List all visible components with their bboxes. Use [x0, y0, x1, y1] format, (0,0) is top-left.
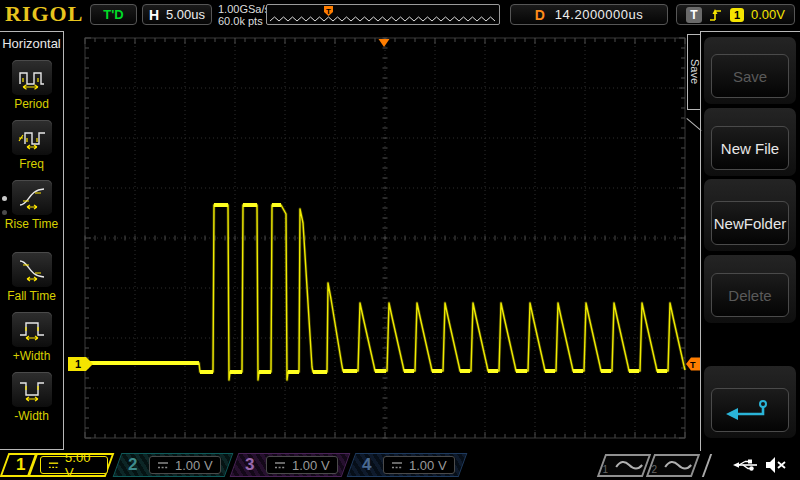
new-folder-button[interactable]: NewFolder: [711, 201, 789, 245]
channel2-scale: 1.00 V: [175, 458, 213, 473]
dc-coupling-icon: [274, 461, 286, 470]
menu-title: Horizontal: [2, 36, 61, 51]
top-status-bar: RIGOL T'D H 5.00us 1.00GSa/s 60.0k pts T…: [0, 0, 800, 30]
oscilloscope-screen: 1T RIGOL T'D H 5.00us 1.00GSa/s 60.0k pt…: [0, 0, 800, 480]
menu-cell: NewFolder: [704, 179, 796, 251]
horizontal-measure-menu: Horizontal Period Freq: [0, 31, 64, 450]
memory-depth: 60.0k pts: [218, 15, 270, 27]
svg-text:1: 1: [75, 358, 81, 370]
menu-cell: Save: [704, 37, 796, 104]
trigger-level-value: 0.00V: [751, 7, 785, 22]
ch1-waveform-trace: [85, 205, 685, 380]
dc-coupling-icon: [157, 461, 169, 470]
channel4-status[interactable]: 4 1.00 V: [347, 453, 468, 477]
trigger-status-badge: T'D: [90, 4, 137, 25]
return-arrow-icon: [720, 397, 780, 423]
back-button[interactable]: [711, 388, 789, 432]
channel3-status[interactable]: 3 1.00 V: [230, 453, 351, 477]
menu-item-period[interactable]: Period: [12, 60, 52, 111]
menu-cell: Delete: [704, 255, 796, 323]
usb-icon: [733, 456, 759, 474]
svg-text:T: T: [326, 7, 331, 16]
new-file-button[interactable]: New File: [711, 126, 789, 170]
source2-output[interactable]: 2: [646, 454, 700, 477]
source1-wave-icon: [614, 457, 644, 473]
source2-wave-icon: [663, 457, 693, 473]
channel1-offset-marker[interactable]: 1: [68, 357, 93, 371]
menu-page-dot-2: [2, 210, 7, 215]
channel1-status[interactable]: 1 5.00 V: [0, 453, 114, 477]
menu-item-freq[interactable]: Freq: [12, 120, 52, 171]
horizontal-timebase-badge[interactable]: H 5.00us: [142, 4, 212, 25]
waveform-preview-bar[interactable]: T: [266, 4, 500, 25]
pos-width-icon: [12, 312, 52, 347]
acquisition-info: 1.00GSa/s 60.0k pts: [218, 3, 270, 27]
d-label: D: [535, 7, 545, 23]
timebase-value: 5.00us: [166, 7, 205, 22]
menu-item-pos-width[interactable]: +Width: [12, 312, 52, 363]
channel-status-bar: 1 5.00 V 2 1.00 V 3: [0, 451, 800, 480]
channel2-status[interactable]: 2 1.00 V: [113, 453, 234, 477]
save-menu: Save Save New File NewFolder Delete: [700, 31, 800, 455]
period-icon: [12, 60, 52, 95]
trigger-source-badge: 1: [730, 8, 744, 22]
preview-trigger-marker[interactable]: T: [324, 6, 333, 16]
channel1-scale: 5.00 V: [65, 450, 100, 480]
graticule: [85, 38, 685, 438]
rising-edge-icon: [709, 7, 723, 23]
neg-width-icon: [12, 372, 52, 407]
h-label: H: [149, 7, 159, 23]
sample-rate: 1.00GSa/s: [218, 3, 270, 15]
menu-cell: New File: [704, 108, 796, 176]
svg-text:T: T: [690, 360, 696, 370]
menu-page-dot-1: [2, 196, 7, 201]
menu-item-fall-time[interactable]: Fall Time: [7, 252, 56, 303]
delete-button[interactable]: Delete: [711, 273, 789, 317]
rise-time-icon: [12, 180, 52, 215]
t-label: T: [686, 7, 702, 23]
trigger-settings-badge[interactable]: T 1 0.00V: [676, 4, 795, 25]
source1-output[interactable]: 1: [597, 454, 651, 477]
save-menu-tab: Save: [687, 34, 701, 110]
menu-cell: [704, 366, 796, 438]
speaker-muted-icon: [764, 455, 788, 475]
channel3-scale: 1.00 V: [292, 458, 330, 473]
divider: [702, 454, 712, 477]
menu-item-rise-time[interactable]: Rise Time: [5, 180, 58, 231]
fall-time-icon: [12, 252, 52, 287]
save-button[interactable]: Save: [711, 54, 789, 98]
menu-item-neg-width[interactable]: -Width: [12, 372, 52, 423]
dc-coupling-icon: [391, 461, 403, 470]
trigger-delay-badge[interactable]: D 14.2000000us: [510, 4, 668, 25]
channel4-scale: 1.00 V: [409, 458, 447, 473]
rigol-logo: RIGOL: [5, 1, 83, 27]
trigger-level-marker[interactable]: T: [686, 358, 701, 371]
freq-icon: [12, 120, 52, 155]
dc-coupling-icon: [48, 461, 59, 470]
delay-value: 14.2000000us: [555, 7, 643, 22]
scope-display: 1T: [0, 0, 800, 480]
trigger-position-marker[interactable]: [379, 39, 390, 47]
